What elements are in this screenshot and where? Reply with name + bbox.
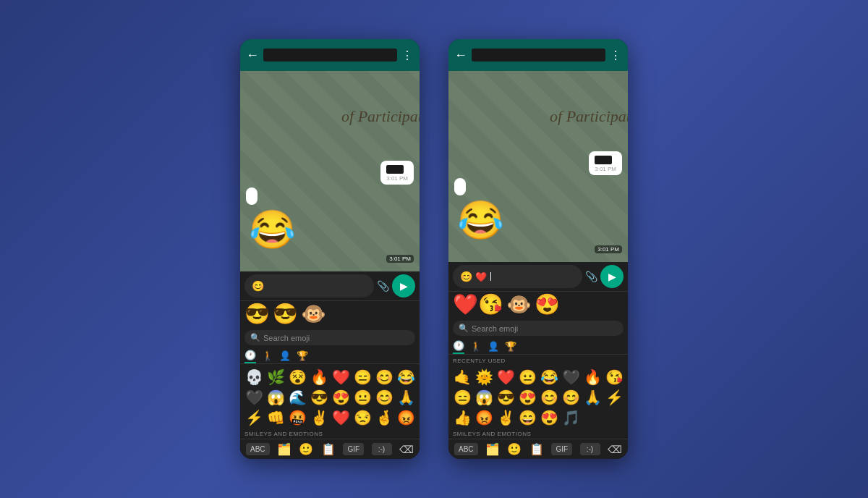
- reg-8[interactable]: 😘: [603, 367, 625, 387]
- cat-trophy-2[interactable]: 🏆: [505, 339, 516, 353]
- reg-13[interactable]: 😊: [538, 387, 560, 408]
- emoji-toggle-1[interactable]: 😊: [252, 280, 264, 292]
- sugg-emoji-1a[interactable]: 😎: [244, 304, 270, 324]
- category-tabs-1: 🕐 🚶 👤 🏆: [240, 348, 420, 364]
- reg-11[interactable]: 😎: [495, 387, 516, 408]
- abc-btn-2[interactable]: ABC: [454, 443, 478, 455]
- reg-10[interactable]: 😱: [473, 387, 495, 408]
- reg-12[interactable]: 😍: [516, 387, 538, 408]
- chat-area-1: of Participati 3:01 PM 😂 3:01 PM: [240, 71, 420, 271]
- cat-nature-1[interactable]: 👤: [279, 349, 291, 363]
- reg-22[interactable]: 🎵: [560, 408, 582, 428]
- emoticon-btn-2[interactable]: :-): [580, 443, 600, 455]
- gif-sticker-1[interactable]: 📋: [321, 442, 336, 456]
- sugg-emoji-2a[interactable]: ❤️‍😘: [453, 295, 503, 315]
- reg-14[interactable]: 😊: [560, 387, 582, 408]
- search-icon-2: 🔍: [459, 324, 469, 333]
- attach-icon-2[interactable]: 📎: [585, 271, 597, 282]
- category-tabs-2: 🕐 🚶 👤 🏆: [448, 339, 628, 355]
- eg-10[interactable]: 😱: [265, 387, 286, 408]
- reg-16[interactable]: ⚡: [603, 387, 625, 408]
- gif-btn-1[interactable]: GIF: [343, 443, 364, 455]
- emoji-keyboard-1: 🔍 Search emoji 🕐 🚶 👤 🏆 💀 🌿 😵 🔥 ❤️ 😑 😊 😂 …: [240, 327, 420, 459]
- eg-21[interactable]: ❤️: [330, 408, 352, 428]
- reg-21[interactable]: 😍: [538, 408, 560, 428]
- sticker-icon-1[interactable]: 🗂️: [277, 442, 292, 456]
- eg-6[interactable]: 😑: [352, 367, 373, 387]
- reg-19[interactable]: ✌️: [495, 408, 516, 428]
- send-button-2[interactable]: ▶: [600, 265, 624, 288]
- emoticon-btn-1[interactable]: :-): [372, 443, 392, 455]
- eg-23[interactable]: 🤞: [373, 408, 395, 428]
- eg-13[interactable]: 😍: [330, 387, 352, 408]
- sugg-emoji-2c[interactable]: 😍: [535, 295, 560, 315]
- reg-5[interactable]: 😂: [538, 367, 560, 387]
- abc-btn-1[interactable]: ABC: [246, 443, 270, 455]
- eg-4[interactable]: 🔥: [308, 367, 330, 387]
- reg-20[interactable]: 😄: [516, 408, 538, 428]
- emoji-search-2[interactable]: 🔍 Search emoji: [453, 321, 624, 336]
- emoji-toggle-2[interactable]: 😊: [460, 271, 472, 282]
- message-input-2[interactable]: 😊 ❤️: [453, 265, 582, 288]
- reg-1[interactable]: 🤙: [451, 367, 473, 387]
- search-placeholder-1: Search emoji: [263, 334, 310, 342]
- send-button-1[interactable]: ▶: [392, 274, 415, 297]
- message-bubble-4: [454, 178, 466, 195]
- eg-2[interactable]: 🌿: [265, 367, 286, 387]
- time-bubble-1: 3:01 PM: [386, 255, 414, 263]
- reg-3[interactable]: ❤️: [495, 367, 516, 387]
- eg-1[interactable]: 💀: [243, 367, 265, 387]
- eg-15[interactable]: 😊: [373, 387, 395, 408]
- sugg-emoji-2b[interactable]: 🐵: [506, 295, 532, 315]
- eg-19[interactable]: 🤬: [286, 408, 308, 428]
- eg-16[interactable]: 🙏: [395, 387, 417, 408]
- eg-14[interactable]: 😐: [352, 387, 373, 408]
- reg-9[interactable]: 😑: [451, 387, 473, 408]
- gif-sticker-2[interactable]: 📋: [529, 442, 544, 456]
- sugg-emoji-1b[interactable]: 😎: [273, 304, 298, 324]
- sugg-emoji-1c[interactable]: 🐵: [301, 304, 326, 324]
- reg-7[interactable]: 🔥: [582, 367, 603, 387]
- backspace-btn-1[interactable]: ⌫: [399, 444, 414, 455]
- sticker-icon-2[interactable]: 🗂️: [485, 442, 500, 456]
- reg-18[interactable]: 😡: [473, 408, 495, 428]
- eg-24[interactable]: 😡: [395, 408, 417, 428]
- back-button-1[interactable]: ←: [246, 48, 259, 63]
- emoji-grid-1: 💀 🌿 😵 🔥 ❤️ 😑 😊 😂 🖤 😱 🌊 😎 😍 😐 😊 🙏 ⚡ 👊 🤬 ✌…: [240, 366, 420, 429]
- eg-5[interactable]: ❤️: [330, 367, 352, 387]
- cat-recent-1[interactable]: 🕐: [244, 348, 256, 363]
- eg-11[interactable]: 🌊: [286, 387, 308, 408]
- top-bar-2: ← ⋮: [448, 39, 628, 71]
- attach-icon-1[interactable]: 📎: [377, 280, 389, 292]
- eg-8[interactable]: 😂: [395, 367, 417, 387]
- reg-17[interactable]: 👍: [451, 408, 473, 428]
- more-menu-2[interactable]: ⋮: [610, 48, 622, 62]
- gif-btn-2[interactable]: GIF: [551, 443, 572, 455]
- reg-2[interactable]: 🌞: [473, 367, 495, 387]
- more-menu-1[interactable]: ⋮: [401, 48, 414, 62]
- emoji-keyboard-2: 🔍 Search emoji 🕐 🚶 👤 🏆 RECENTLY USED 🤙 🌞…: [448, 318, 628, 459]
- emoji-icon-2[interactable]: 🙂: [507, 442, 522, 456]
- eg-18[interactable]: 👊: [265, 408, 286, 428]
- eg-20[interactable]: ✌️: [308, 408, 330, 428]
- eg-9[interactable]: 🖤: [243, 387, 265, 408]
- cat-people-1[interactable]: 🚶: [262, 349, 273, 363]
- cat-nature-2[interactable]: 👤: [488, 339, 499, 353]
- reg-4[interactable]: 😐: [516, 367, 538, 387]
- cat-recent-2[interactable]: 🕐: [453, 339, 464, 354]
- eg-7[interactable]: 😊: [373, 367, 395, 387]
- cat-people-2[interactable]: 🚶: [470, 339, 482, 353]
- eg-17[interactable]: ⚡: [243, 408, 265, 428]
- cat-trophy-1[interactable]: 🏆: [297, 349, 308, 363]
- back-button-2[interactable]: ←: [454, 48, 467, 63]
- backspace-btn-2[interactable]: ⌫: [608, 444, 622, 455]
- eg-12[interactable]: 😎: [308, 387, 330, 408]
- reg-15[interactable]: 🙏: [582, 387, 603, 408]
- reg-6[interactable]: 🖤: [560, 367, 582, 387]
- message-input-1[interactable]: 😊: [244, 274, 374, 297]
- eg-3[interactable]: 😵: [286, 367, 308, 387]
- emoji-search-1[interactable]: 🔍 Search emoji: [244, 330, 415, 345]
- emoji-icon-1[interactable]: 🙂: [299, 442, 313, 456]
- keyboard-bottom-2: ABC 🗂️ 🙂 📋 GIF :-) ⌫: [448, 439, 628, 459]
- eg-22[interactable]: 😒: [352, 408, 373, 428]
